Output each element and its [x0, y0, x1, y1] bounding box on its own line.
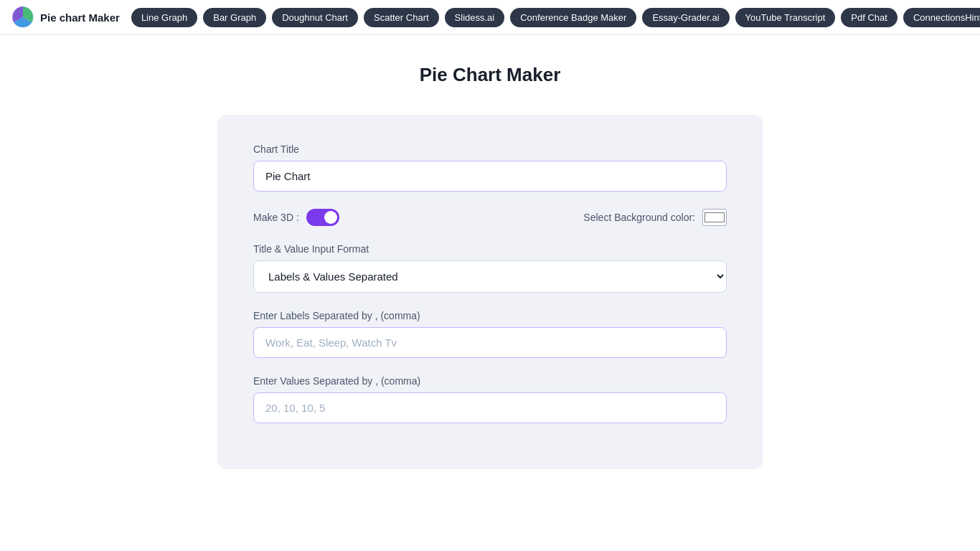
main-content: Pie Chart Maker Chart Title Make 3D : Se…	[0, 35, 980, 512]
values-input[interactable]	[253, 392, 727, 423]
values-label: Enter Values Separated by , (comma)	[253, 375, 727, 387]
nav-connections-hint-ai[interactable]: ConnectionsHint.ai	[903, 8, 980, 27]
labels-label: Enter Labels Separated by , (comma)	[253, 310, 727, 321]
chart-title-input[interactable]	[253, 161, 727, 192]
chart-title-group: Chart Title	[253, 143, 727, 192]
toggle-row: Make 3D : Select Background color:	[253, 209, 727, 226]
logo-area: Pie chart Maker	[11, 6, 120, 29]
logo-icon	[11, 6, 34, 29]
nav-bar-graph[interactable]: Bar Graph	[203, 8, 266, 27]
bg-color-label: Select Background color:	[583, 212, 695, 223]
values-group: Enter Values Separated by , (comma)	[253, 375, 727, 423]
labels-group: Enter Labels Separated by , (comma)	[253, 310, 727, 358]
toggle-slider	[306, 209, 339, 226]
make3d-label: Make 3D :	[253, 212, 299, 223]
nav-scatter-chart[interactable]: Scatter Chart	[364, 8, 439, 27]
make3d-toggle[interactable]	[306, 209, 339, 226]
page-title: Pie Chart Maker	[420, 64, 561, 86]
nav-conference-badge-maker[interactable]: Conference Badge Maker	[510, 8, 636, 27]
bg-color-right: Select Background color:	[583, 209, 727, 226]
nav-essay-grader-ai[interactable]: Essay-Grader.ai	[642, 8, 729, 27]
form-card: Chart Title Make 3D : Select Background …	[217, 115, 763, 469]
nav-slidess-ai[interactable]: Slidess.ai	[445, 8, 505, 27]
chart-title-label: Chart Title	[253, 143, 727, 155]
nav-pdf-chat[interactable]: Pdf Chat	[841, 8, 897, 27]
labels-input[interactable]	[253, 327, 727, 358]
nav-doughnut-chart[interactable]: Doughnut Chart	[272, 8, 358, 27]
nav-youtube-transcript[interactable]: YouTube Transcript	[735, 8, 836, 27]
bg-color-picker[interactable]	[702, 209, 727, 226]
input-format-label: Title & Value Input Format	[253, 243, 727, 255]
nav-line-graph[interactable]: Line Graph	[131, 8, 197, 27]
toggle-left: Make 3D :	[253, 209, 339, 226]
logo-text: Pie chart Maker	[40, 11, 120, 24]
input-format-select[interactable]: Labels & Values Separated Combined (Labe…	[253, 260, 727, 293]
navbar: Pie chart Maker Line Graph Bar Graph Dou…	[0, 0, 980, 35]
input-format-group: Title & Value Input Format Labels & Valu…	[253, 243, 727, 293]
